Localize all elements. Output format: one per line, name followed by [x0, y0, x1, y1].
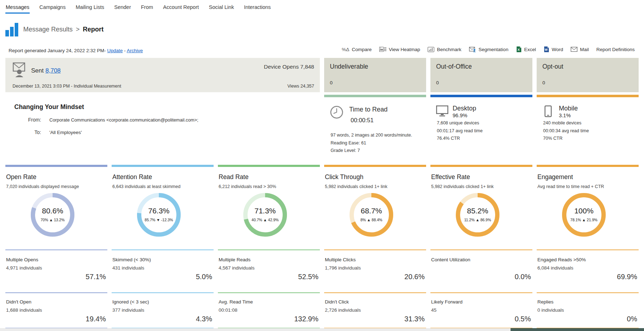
metric-accent-bar [112, 165, 214, 167]
svg-text:71.3%: 71.3% [254, 207, 276, 215]
mobile-icon [545, 105, 552, 119]
svg-text:11.2% ▲ 86.9%: 11.2% ▲ 86.9% [464, 218, 491, 222]
metric-divider [5, 292, 107, 293]
update-link[interactable]: Update [107, 48, 123, 53]
toolbar-button-excel[interactable]: XExcel [516, 46, 536, 52]
toolbar-label: Segmentation [479, 47, 508, 52]
metric-column-effective-rate: Effective Rate5,982 individuals clicked … [430, 165, 532, 328]
tab-from[interactable]: From [141, 0, 153, 14]
from-value: Corporate Communications <corporate.comm… [49, 117, 198, 123]
toolbar-label: Word [552, 47, 563, 52]
toolbar-button-compare[interactable]: %ΔCompare [342, 47, 372, 52]
metric-row-value: 4.3% [196, 315, 212, 323]
metric-row-individuals: 431 individuals [112, 265, 144, 271]
metric-row-individuals: 6,084 individuals [537, 265, 574, 271]
sent-count-link[interactable]: 8,708 [45, 67, 61, 74]
metric-row-label: Likely Forward [431, 299, 463, 305]
metric-row-individuals: 4,567 individuals [219, 265, 255, 271]
metric-row-value: 69.9% [617, 273, 637, 281]
page-title: Report [83, 26, 104, 33]
status-card-opt-out[interactable]: Opt-out0 [537, 58, 639, 92]
metric-subtitle: 6,212 individuals read > 30% [219, 184, 276, 189]
toolbar-label: Mail [580, 47, 589, 52]
metric-title: Read Rate [219, 173, 249, 181]
svg-text:8% ▲ 88.4%: 8% ▲ 88.4% [360, 218, 382, 222]
tab-account-report[interactable]: Account Report [163, 0, 199, 14]
donut-chart-open-rate: 80.6%70% ▲ 13.2% [28, 190, 78, 240]
metric-accent-bar [430, 165, 532, 167]
word-icon: W [543, 46, 549, 52]
metric-divider [5, 250, 107, 250]
metric-accent-bar [537, 165, 639, 167]
metric-row-label: Engaged Reads >50% [537, 257, 586, 262]
horizontal-scrollbar-track[interactable] [0, 328, 644, 331]
time-to-read-title: Time to Read [349, 106, 387, 113]
svg-text:78.1% ▲ 21.9%: 78.1% ▲ 21.9% [570, 218, 597, 222]
metric-row-value: 57.1% [86, 273, 106, 281]
desktop-share-value: 96.9% [453, 113, 467, 118]
desktop-ctr-line: 76.4% CTR [437, 135, 483, 143]
horizontal-scrollbar-thumb[interactable] [511, 328, 644, 331]
metric-row-value: 52.5% [298, 273, 318, 281]
status-card-title: Undeliverable [330, 63, 368, 70]
metric-title: Click Through [325, 173, 364, 181]
tab-sender[interactable]: Sender [114, 0, 131, 14]
desktop-readtime-line: 00:01:17 avg read time [437, 127, 483, 135]
metric-row-value: 0.5% [514, 315, 531, 323]
svg-text:X: X [517, 48, 519, 51]
toolbar-button-view-heatmap[interactable]: View Heatmap [379, 47, 420, 52]
toolbar-button-word[interactable]: WWord [543, 46, 563, 52]
status-card-out-of-office[interactable]: Out-of-Office0 [430, 58, 532, 92]
tab-campaigns[interactable]: Campaigns [39, 0, 66, 14]
metric-row-individuals: 1,796 individuals [325, 265, 361, 271]
device-opens-value: Device Opens 7,848 [264, 64, 314, 70]
metric-row-label: Avg. Read Time [219, 299, 253, 305]
toolbar-button-report-definitions[interactable]: Report Definitions [596, 47, 635, 52]
desktop-card: Desktop 96.9% 7,608 unique devices 00:01… [430, 103, 532, 163]
detail-band: Changing Your Mindset From: Corporate Co… [5, 103, 639, 163]
toolbar-button-segmentation[interactable]: Segmentation [469, 47, 508, 52]
metric-row-individuals: 1,688 individuals [6, 307, 42, 313]
metric-subtitle: Avg read time to time read + CTR [537, 184, 604, 189]
breadcrumb-section[interactable]: Message Results [23, 26, 73, 33]
sent-label: Sent [31, 67, 44, 74]
metric-divider [324, 250, 426, 250]
desktop-devices-line: 7,608 unique devices [437, 119, 483, 127]
metric-row-label: Skimmed (< 30%) [112, 257, 151, 262]
svg-text:68.7%: 68.7% [361, 207, 382, 215]
brand-row: Message Results > Report [5, 21, 104, 37]
svg-text:76.3%: 76.3% [148, 207, 170, 215]
toolbar-label: View Heatmap [389, 47, 420, 52]
toolbar-label: Excel [524, 47, 536, 52]
toolbar-button-mail[interactable]: Mail [571, 47, 589, 52]
top-nav: MessagesCampaignsMailing ListsSenderFrom… [0, 0, 644, 15]
donut-chart-effective-rate: 85.2%11.2% ▲ 86.9% [453, 190, 503, 240]
toolbar-button-benchmark[interactable]: Benchmark [428, 47, 461, 52]
tab-mailing-lists[interactable]: Mailing Lists [75, 0, 104, 14]
status-card-accent-bar [537, 95, 639, 97]
sent-summary-box: Sent 8,708 Device Opens 7,848 December 1… [5, 58, 320, 92]
metric-row-value: 31.3% [404, 315, 425, 323]
tab-interactions[interactable]: Interactions [244, 0, 271, 14]
archive-link[interactable]: Archive [127, 48, 143, 53]
status-card-undeliverable[interactable]: Undeliverable0 [324, 58, 426, 92]
metric-title: Effective Rate [431, 173, 470, 181]
tab-messages[interactable]: Messages [5, 0, 30, 14]
tab-social-link[interactable]: Social Link [209, 0, 234, 14]
views-value: Views 24,357 [287, 84, 314, 89]
mobile-readtime-line: 00:00:34 avg read time [543, 127, 589, 135]
svg-text:70% ▲ 13.2%: 70% ▲ 13.2% [40, 218, 64, 222]
status-card-wrap-undeliverable: Undeliverable0 [324, 58, 426, 97]
mobile-ctr-line: 70% CTR [543, 135, 589, 143]
metric-row-label: Didn't Click [325, 299, 349, 305]
metric-row-individuals: 377 individuals [112, 307, 144, 313]
from-label: From: [20, 117, 41, 123]
metric-divider [112, 250, 214, 250]
donut-chart-engagement: 100%78.1% ▲ 21.9% [559, 190, 609, 240]
metric-row-value: 132.9% [294, 315, 318, 323]
words-line: 97 words, 2 images at 200 words/minute. [331, 132, 412, 139]
metric-accent-bar [5, 165, 107, 167]
status-card-value: 0 [542, 80, 545, 85]
metric-column-attention-rate: Attention Rate6,643 individuals at least… [112, 165, 214, 328]
metric-accent-bar [218, 165, 320, 167]
